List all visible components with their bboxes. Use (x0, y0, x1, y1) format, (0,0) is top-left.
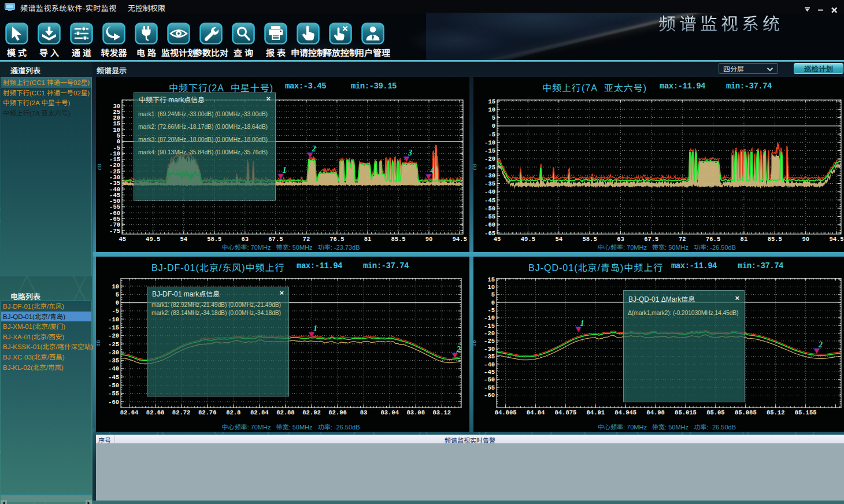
svg-text:82.88: 82.88 (276, 409, 295, 416)
svg-text:-40: -40 (484, 188, 495, 195)
svg-text:-75: -75 (109, 228, 120, 235)
svg-text:94.5: 94.5 (829, 236, 843, 243)
svg-text:-30: -30 (484, 346, 495, 353)
svg-text:84.84: 84.84 (527, 409, 545, 416)
svg-text:85.5: 85.5 (391, 236, 405, 243)
svg-text:-30: -30 (108, 349, 119, 356)
svg-text:-35: -35 (484, 353, 495, 360)
svg-text:83.04: 83.04 (380, 409, 399, 416)
svg-text:-35: -35 (108, 357, 119, 364)
svg-text:-45: -45 (484, 197, 495, 204)
svg-text:72: 72 (303, 236, 310, 243)
svg-text:58.5: 58.5 (207, 236, 221, 243)
svg-text:49.5: 49.5 (521, 236, 535, 243)
svg-text:-20: -20 (484, 155, 495, 162)
svg-text:dB: dB (473, 340, 477, 347)
svg-text:84.875: 84.875 (554, 409, 576, 416)
svg-text:-55: -55 (484, 384, 495, 391)
svg-text:85.5: 85.5 (768, 236, 782, 243)
svg-text:-40: -40 (108, 365, 119, 372)
svg-text:4: 4 (430, 166, 434, 175)
svg-text:1: 1 (580, 319, 584, 328)
svg-text:84.805: 84.805 (495, 409, 517, 416)
svg-text:76.5: 76.5 (706, 236, 720, 243)
svg-text:0: 0 (116, 299, 119, 306)
svg-text:-20: -20 (108, 332, 119, 339)
svg-text:58.5: 58.5 (582, 236, 597, 243)
svg-text:82.84: 82.84 (250, 409, 269, 416)
svg-text:85.155: 85.155 (795, 409, 817, 416)
svg-text:5: 5 (492, 114, 495, 121)
svg-text:-5: -5 (488, 131, 495, 138)
svg-text:3: 3 (408, 149, 412, 157)
svg-text:82.64: 82.64 (120, 409, 139, 416)
svg-text:81: 81 (364, 236, 372, 243)
svg-text:5: 5 (116, 291, 119, 298)
svg-text:dB: dB (96, 340, 102, 347)
svg-text:-20: -20 (484, 330, 495, 337)
svg-text:0: 0 (491, 299, 495, 306)
svg-text:15: 15 (488, 98, 495, 105)
svg-text:-10: -10 (484, 139, 495, 146)
svg-text:84.945: 84.945 (615, 409, 636, 416)
svg-text:63: 63 (617, 236, 624, 243)
svg-text:-30: -30 (484, 172, 495, 179)
svg-text:82.8: 82.8 (226, 409, 240, 416)
svg-text:82.76: 82.76 (198, 409, 217, 416)
svg-text:-40: -40 (484, 361, 495, 368)
svg-text:85.05: 85.05 (706, 409, 725, 416)
svg-text:15: 15 (487, 276, 495, 283)
svg-text:1: 1 (283, 166, 287, 175)
svg-text:84.98: 84.98 (646, 409, 665, 416)
svg-text:94.5: 94.5 (452, 236, 467, 243)
svg-text:0: 0 (492, 123, 495, 129)
svg-text:2: 2 (456, 345, 461, 354)
svg-text:83.12: 83.12 (433, 409, 451, 416)
svg-text:-50: -50 (484, 205, 495, 212)
svg-text:10: 10 (112, 283, 119, 290)
svg-text:5: 5 (491, 291, 495, 298)
svg-text:-5: -5 (112, 307, 119, 314)
svg-text:67.5: 67.5 (268, 236, 283, 243)
svg-text:-55: -55 (108, 390, 119, 397)
svg-text:54: 54 (180, 236, 187, 243)
svg-text:82.72: 82.72 (172, 409, 191, 416)
svg-text:-50: -50 (484, 376, 495, 383)
svg-text:45: 45 (494, 236, 501, 243)
svg-text:-10: -10 (108, 316, 119, 323)
svg-text:82.92: 82.92 (302, 409, 321, 416)
svg-text:1: 1 (313, 324, 317, 333)
svg-text:-25: -25 (484, 164, 495, 171)
svg-text:-45: -45 (484, 369, 495, 376)
svg-text:-60: -60 (484, 221, 495, 228)
svg-text:84.91: 84.91 (587, 409, 605, 416)
svg-text:-60: -60 (484, 392, 495, 399)
svg-text:-15: -15 (484, 147, 495, 154)
svg-text:81: 81 (741, 236, 748, 243)
svg-text:45: 45 (119, 236, 126, 243)
svg-text:72: 72 (679, 236, 686, 243)
svg-text:dB: dB (97, 164, 103, 171)
svg-text:67.5: 67.5 (644, 236, 658, 243)
svg-text:-15: -15 (484, 323, 495, 329)
svg-text:dB: dB (473, 164, 478, 171)
svg-text:10: 10 (487, 284, 495, 291)
svg-text:-5: -5 (487, 307, 495, 314)
svg-text:49.5: 49.5 (146, 236, 160, 243)
svg-text:-45: -45 (108, 374, 119, 381)
svg-text:83: 83 (360, 409, 368, 416)
svg-text:10: 10 (488, 106, 495, 113)
svg-text:82.68: 82.68 (146, 409, 165, 416)
svg-text:85.12: 85.12 (767, 409, 785, 416)
svg-text:83.08: 83.08 (406, 409, 425, 416)
svg-text:54: 54 (555, 236, 562, 243)
svg-text:-60: -60 (108, 399, 119, 406)
svg-text:-15: -15 (108, 324, 119, 331)
svg-text:-25: -25 (108, 341, 119, 348)
svg-text:85.085: 85.085 (735, 409, 757, 416)
svg-text:85.015: 85.015 (675, 409, 697, 416)
svg-text:63: 63 (241, 236, 249, 243)
svg-text:2: 2 (311, 144, 316, 153)
svg-text:82.96: 82.96 (328, 409, 347, 416)
svg-text:-55: -55 (484, 213, 495, 220)
